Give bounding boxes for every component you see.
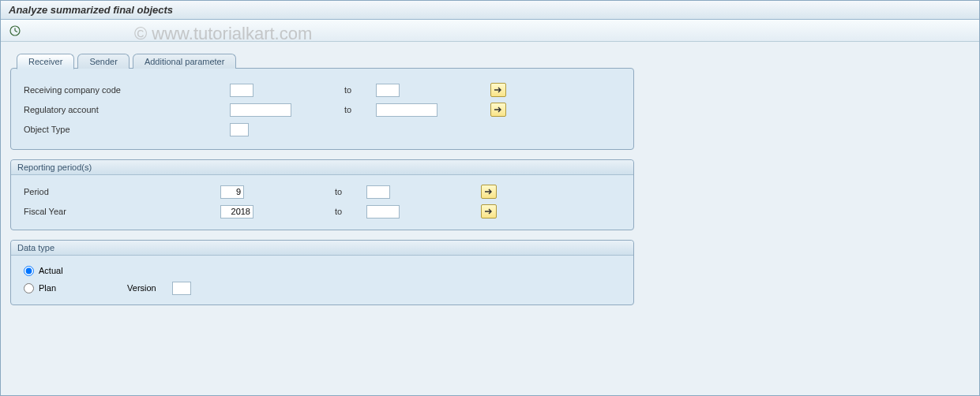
multiple-selection-period[interactable] [481,185,497,199]
svg-line-2 [15,31,17,32]
page-title: Analyze summarized final objects [1,1,979,20]
period-from[interactable] [220,185,244,199]
regulatory-account-to[interactable] [376,103,437,117]
object-type-label: Object Type [21,125,230,134]
receiving-company-code-to[interactable] [376,84,400,97]
period-label: Period [21,187,220,196]
multiple-selection-company-code[interactable] [490,83,506,97]
object-type-input[interactable] [230,123,249,136]
tab-sender[interactable]: Sender [77,54,129,69]
reporting-periods-title: Reporting period(s) [11,160,633,175]
reporting-periods-group: Reporting period(s) Period to [10,159,634,230]
to-label: to [335,207,366,216]
data-type-title: Data type [11,241,633,256]
multiple-selection-fiscal-year[interactable] [481,204,497,219]
receiving-company-code-from[interactable] [230,84,253,97]
arrow-right-icon [484,207,494,215]
to-label: to [335,187,366,196]
window-frame: Analyze summarized final objects © www.t… [0,0,980,396]
content-area: Receiver Sender Additional parameter Rec… [1,42,979,317]
regulatory-account-label: Regulatory account [21,105,230,114]
version-label: Version [127,283,156,293]
application-toolbar [1,20,979,42]
period-to[interactable] [366,185,390,199]
fiscal-year-from[interactable] [220,205,253,219]
arrow-right-icon [484,188,494,196]
execute-icon[interactable] [9,24,21,37]
arrow-right-icon [494,86,503,94]
actual-radio[interactable] [24,266,34,276]
fiscal-year-label: Fiscal Year [21,207,220,216]
data-type-group: Data type Actual Plan Version [10,240,634,305]
plan-radio[interactable] [24,283,34,293]
version-input[interactable] [172,282,191,295]
fiscal-year-to[interactable] [366,205,400,219]
multiple-selection-regulatory[interactable] [490,103,506,117]
to-label: to [344,85,376,95]
tabstrip: Receiver Sender Additional parameter [17,54,970,69]
tab-receiver[interactable]: Receiver [17,54,74,69]
to-label: to [344,105,376,114]
tab-additional-parameter[interactable]: Additional parameter [133,54,237,69]
arrow-right-icon [494,106,503,114]
receiver-panel: Receiving company code to Regulatory acc… [10,68,634,150]
regulatory-account-from[interactable] [230,103,291,117]
actual-label: Actual [39,266,63,275]
receiving-company-code-label: Receiving company code [21,85,230,95]
plan-label: Plan [39,283,56,293]
